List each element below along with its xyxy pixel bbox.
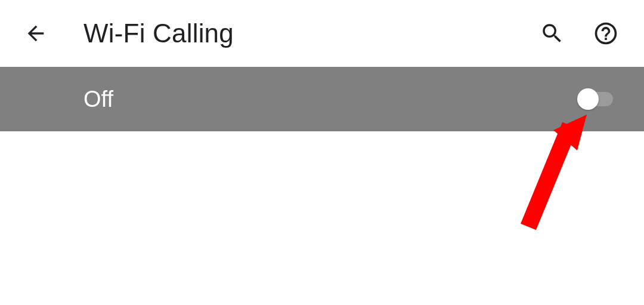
- page-title: Wi-Fi Calling: [83, 19, 538, 48]
- help-icon: [593, 20, 619, 47]
- wifi-calling-toggle-row[interactable]: Off: [0, 67, 644, 131]
- header-actions: [538, 19, 620, 48]
- back-button[interactable]: [21, 19, 50, 48]
- arrow-back-icon: [24, 21, 48, 45]
- search-icon: [540, 21, 565, 46]
- app-header: Wi-Fi Calling: [0, 0, 644, 67]
- wifi-calling-switch[interactable]: [577, 88, 614, 110]
- search-button[interactable]: [538, 19, 566, 48]
- toggle-state-label: Off: [83, 87, 577, 112]
- switch-thumb: [577, 88, 599, 110]
- help-button[interactable]: [592, 19, 620, 48]
- svg-line-1: [528, 125, 570, 227]
